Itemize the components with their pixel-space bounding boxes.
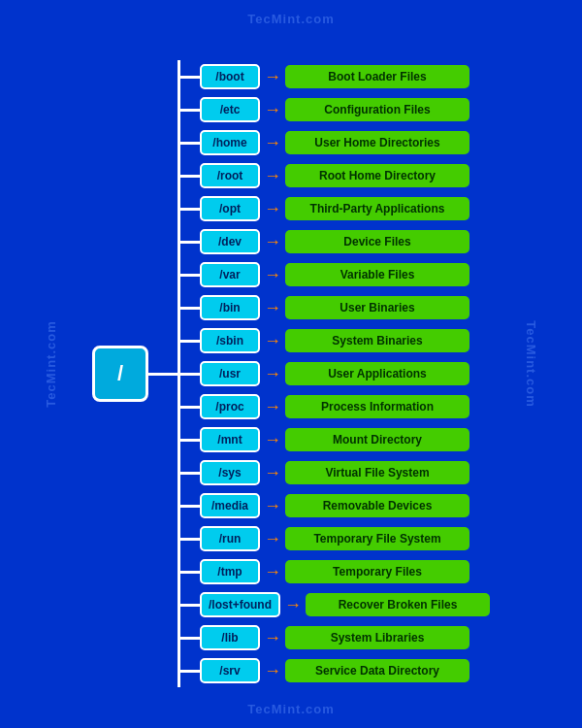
arrow-icon: → (264, 233, 281, 250)
arrow-icon: → (264, 464, 281, 481)
h-connector (180, 109, 200, 112)
desc-box: Service Data Directory (285, 659, 469, 682)
h-connector (180, 274, 200, 277)
dir-node: /sbin (200, 328, 260, 353)
desc-box: Boot Loader Files (285, 65, 469, 88)
arrow-icon: → (264, 332, 281, 349)
h-connector (180, 472, 200, 475)
h-connector (180, 604, 200, 607)
dir-node: /mnt (200, 427, 260, 452)
tree-row: /sbin→System Binaries (180, 324, 490, 357)
arrow-icon: → (264, 398, 281, 415)
h-connector (180, 439, 200, 442)
tree-row: /opt→Third-Party Applications (180, 192, 490, 225)
tree-row: /proc→Process Information (180, 390, 490, 423)
desc-box: Temporary Files (285, 560, 469, 583)
dir-node: /boot (200, 64, 260, 89)
h-connector (180, 505, 200, 508)
h-connector (180, 208, 200, 211)
tree-row: /lost+found→Recover Broken Files (180, 588, 490, 621)
dir-node: /run (200, 526, 260, 551)
arrow-icon: → (264, 134, 281, 151)
desc-box: Virtual File System (285, 461, 469, 484)
h-connector (180, 241, 200, 244)
watermark-bottom: TecMint.com (247, 702, 335, 716)
dir-node: /proc (200, 394, 260, 419)
tree-row: /media→Removable Devices (180, 489, 490, 522)
desc-box: Temporary File System (285, 527, 469, 550)
watermark-left: TecMint.com (44, 320, 58, 408)
desc-box: System Binaries (285, 329, 469, 352)
dir-node: /srv (200, 658, 260, 683)
arrow-icon: → (284, 596, 302, 613)
watermark-right: TecMint.com (524, 320, 538, 408)
h-connector (180, 406, 200, 409)
h-connector (180, 142, 200, 145)
dir-node: /usr (200, 361, 260, 386)
arrow-icon: → (264, 266, 281, 283)
row-list: /boot→Boot Loader Files/etc→Configuratio… (180, 60, 490, 687)
dir-node: /etc (200, 97, 260, 122)
root-node: / (92, 346, 148, 402)
h-connector (180, 76, 200, 79)
dir-node: /media (200, 493, 260, 518)
tree-row: /boot→Boot Loader Files (180, 60, 490, 93)
desc-box: System Libraries (285, 626, 469, 649)
arrow-icon: → (264, 662, 281, 679)
tree-row: /sys→Virtual File System (180, 456, 490, 489)
filesystem-diagram: / /boot→Boot Loader Files/etc→Configurat… (92, 60, 490, 687)
dir-node: /lost+found (200, 592, 280, 617)
desc-box: Mount Directory (285, 428, 469, 451)
dir-node: /home (200, 130, 260, 155)
dir-node: /bin (200, 295, 260, 320)
tree-row: /srv→Service Data Directory (180, 654, 490, 687)
h-connector (180, 670, 200, 673)
h-connector (180, 340, 200, 343)
arrow-icon: → (264, 68, 281, 85)
h-connector (180, 175, 200, 178)
arrow-icon: → (264, 101, 281, 118)
arrow-icon: → (264, 167, 281, 184)
desc-box: User Home Directories (285, 131, 469, 154)
tree-row: /dev→Device Files (180, 225, 490, 258)
arrow-icon: → (264, 365, 281, 382)
tree-row: /var→Variable Files (180, 258, 490, 291)
tree-row: /tmp→Temporary Files (180, 555, 490, 588)
h-connector (180, 571, 200, 574)
dir-node: /tmp (200, 559, 260, 584)
arrow-icon: → (264, 563, 281, 580)
desc-box: User Applications (285, 362, 469, 385)
desc-box: Removable Devices (285, 494, 469, 517)
tree-row: /mnt→Mount Directory (180, 423, 490, 456)
dir-node: /dev (200, 229, 260, 254)
dir-node: /sys (200, 460, 260, 485)
arrow-icon: → (264, 530, 281, 547)
desc-box: Third-Party Applications (285, 197, 469, 220)
dir-node: /opt (200, 196, 260, 221)
arrow-icon: → (264, 497, 281, 514)
desc-box: Device Files (285, 230, 469, 253)
dir-node: /lib (200, 625, 260, 650)
tree-row: /lib→System Libraries (180, 621, 490, 654)
dir-node: /var (200, 262, 260, 287)
h-connector (180, 373, 200, 376)
arrow-icon: → (264, 629, 281, 646)
desc-box: Root Home Directory (285, 164, 469, 187)
h-connector (180, 538, 200, 541)
watermark-top: TecMint.com (247, 12, 335, 26)
tree-row: /run→Temporary File System (180, 522, 490, 555)
arrow-icon: → (264, 299, 281, 316)
branches-wrapper: /boot→Boot Loader Files/etc→Configuratio… (178, 60, 490, 687)
tree-row: /bin→User Binaries (180, 291, 490, 324)
h-connector (180, 637, 200, 640)
tree-row: /home→User Home Directories (180, 126, 490, 159)
arrow-icon: → (264, 200, 281, 217)
desc-box: User Binaries (285, 296, 469, 319)
h-connector (180, 307, 200, 310)
desc-box: Configuration Files (285, 98, 469, 121)
arrow-icon: → (264, 431, 281, 448)
desc-box: Recover Broken Files (306, 593, 490, 616)
desc-box: Process Information (285, 395, 469, 418)
tree-row: /usr→User Applications (180, 357, 490, 390)
dir-node: /root (200, 163, 260, 188)
